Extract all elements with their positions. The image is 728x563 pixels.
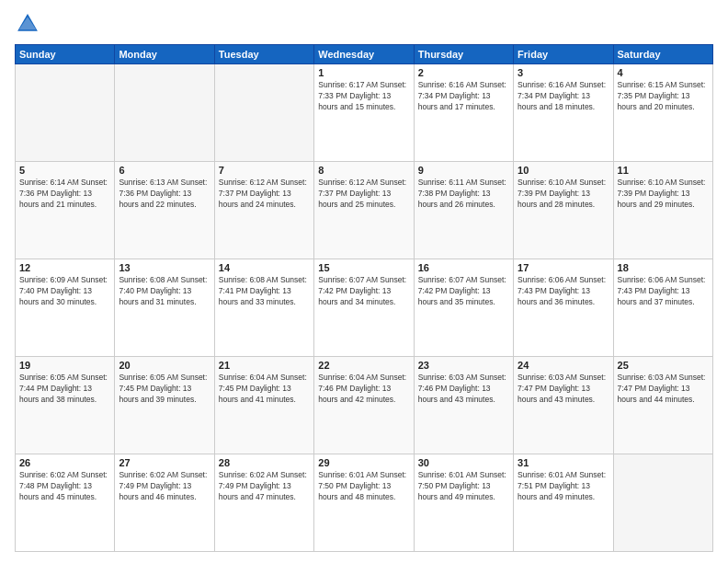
calendar-cell bbox=[613, 454, 712, 552]
day-info: Sunrise: 6:09 AM Sunset: 7:40 PM Dayligh… bbox=[19, 275, 110, 308]
calendar: SundayMondayTuesdayWednesdayThursdayFrid… bbox=[15, 44, 713, 552]
calendar-cell: 19Sunrise: 6:05 AM Sunset: 7:44 PM Dayli… bbox=[16, 357, 115, 454]
calendar-cell: 26Sunrise: 6:02 AM Sunset: 7:48 PM Dayli… bbox=[16, 454, 115, 552]
day-number: 12 bbox=[19, 262, 110, 273]
day-number: 8 bbox=[318, 165, 409, 176]
week-row-3: 12Sunrise: 6:09 AM Sunset: 7:40 PM Dayli… bbox=[16, 259, 713, 357]
day-number: 28 bbox=[219, 457, 310, 468]
calendar-cell: 25Sunrise: 6:03 AM Sunset: 7:47 PM Dayli… bbox=[613, 357, 712, 454]
day-info: Sunrise: 6:07 AM Sunset: 7:42 PM Dayligh… bbox=[418, 275, 509, 308]
day-number: 9 bbox=[418, 165, 509, 176]
day-number: 4 bbox=[618, 67, 709, 78]
day-number: 16 bbox=[418, 262, 509, 273]
weekday-header-row: SundayMondayTuesdayWednesdayThursdayFrid… bbox=[16, 45, 713, 64]
day-number: 2 bbox=[418, 67, 509, 78]
day-info: Sunrise: 6:10 AM Sunset: 7:39 PM Dayligh… bbox=[518, 178, 609, 211]
page: SundayMondayTuesdayWednesdayThursdayFrid… bbox=[0, 0, 728, 563]
calendar-cell: 8Sunrise: 6:12 AM Sunset: 7:37 PM Daylig… bbox=[314, 162, 414, 259]
svg-marker-1 bbox=[19, 17, 37, 29]
day-info: Sunrise: 6:01 AM Sunset: 7:51 PM Dayligh… bbox=[518, 470, 609, 503]
day-info: Sunrise: 6:10 AM Sunset: 7:39 PM Dayligh… bbox=[618, 178, 709, 211]
day-number: 20 bbox=[119, 360, 210, 371]
day-number: 31 bbox=[518, 457, 609, 468]
day-number: 6 bbox=[119, 165, 210, 176]
calendar-cell: 7Sunrise: 6:12 AM Sunset: 7:37 PM Daylig… bbox=[214, 162, 313, 259]
calendar-cell: 21Sunrise: 6:04 AM Sunset: 7:45 PM Dayli… bbox=[214, 357, 313, 454]
day-number: 11 bbox=[618, 165, 709, 176]
day-number: 3 bbox=[518, 67, 609, 78]
calendar-cell: 4Sunrise: 6:15 AM Sunset: 7:35 PM Daylig… bbox=[613, 64, 712, 162]
calendar-cell: 23Sunrise: 6:03 AM Sunset: 7:46 PM Dayli… bbox=[414, 357, 513, 454]
calendar-cell: 6Sunrise: 6:13 AM Sunset: 7:36 PM Daylig… bbox=[115, 162, 214, 259]
calendar-cell: 5Sunrise: 6:14 AM Sunset: 7:36 PM Daylig… bbox=[16, 162, 115, 259]
day-info: Sunrise: 6:06 AM Sunset: 7:43 PM Dayligh… bbox=[618, 275, 709, 308]
day-number: 26 bbox=[19, 457, 110, 468]
calendar-cell: 30Sunrise: 6:01 AM Sunset: 7:50 PM Dayli… bbox=[414, 454, 513, 552]
week-row-4: 19Sunrise: 6:05 AM Sunset: 7:44 PM Dayli… bbox=[16, 357, 713, 454]
calendar-cell: 2Sunrise: 6:16 AM Sunset: 7:34 PM Daylig… bbox=[414, 64, 513, 162]
day-info: Sunrise: 6:04 AM Sunset: 7:46 PM Dayligh… bbox=[318, 373, 409, 406]
day-number: 30 bbox=[418, 457, 509, 468]
calendar-cell: 18Sunrise: 6:06 AM Sunset: 7:43 PM Dayli… bbox=[613, 259, 712, 357]
day-info: Sunrise: 6:02 AM Sunset: 7:49 PM Dayligh… bbox=[219, 470, 310, 503]
day-info: Sunrise: 6:16 AM Sunset: 7:34 PM Dayligh… bbox=[518, 80, 609, 113]
day-info: Sunrise: 6:06 AM Sunset: 7:43 PM Dayligh… bbox=[518, 275, 609, 308]
day-number: 22 bbox=[318, 360, 409, 371]
day-info: Sunrise: 6:07 AM Sunset: 7:42 PM Dayligh… bbox=[318, 275, 409, 308]
day-info: Sunrise: 6:12 AM Sunset: 7:37 PM Dayligh… bbox=[219, 178, 310, 211]
weekday-header-friday: Friday bbox=[514, 45, 613, 64]
calendar-cell: 3Sunrise: 6:16 AM Sunset: 7:34 PM Daylig… bbox=[514, 64, 613, 162]
day-number: 27 bbox=[119, 457, 210, 468]
calendar-cell: 20Sunrise: 6:05 AM Sunset: 7:45 PM Dayli… bbox=[115, 357, 214, 454]
calendar-cell: 17Sunrise: 6:06 AM Sunset: 7:43 PM Dayli… bbox=[514, 259, 613, 357]
day-info: Sunrise: 6:17 AM Sunset: 7:33 PM Dayligh… bbox=[318, 80, 409, 113]
day-info: Sunrise: 6:15 AM Sunset: 7:35 PM Dayligh… bbox=[618, 80, 709, 113]
calendar-cell: 12Sunrise: 6:09 AM Sunset: 7:40 PM Dayli… bbox=[16, 259, 115, 357]
day-info: Sunrise: 6:02 AM Sunset: 7:49 PM Dayligh… bbox=[119, 470, 210, 503]
day-info: Sunrise: 6:01 AM Sunset: 7:50 PM Dayligh… bbox=[418, 470, 509, 503]
week-row-2: 5Sunrise: 6:14 AM Sunset: 7:36 PM Daylig… bbox=[16, 162, 713, 259]
day-number: 21 bbox=[219, 360, 310, 371]
calendar-cell bbox=[16, 64, 115, 162]
week-row-5: 26Sunrise: 6:02 AM Sunset: 7:48 PM Dayli… bbox=[16, 454, 713, 552]
calendar-cell: 31Sunrise: 6:01 AM Sunset: 7:51 PM Dayli… bbox=[514, 454, 613, 552]
calendar-cell: 28Sunrise: 6:02 AM Sunset: 7:49 PM Dayli… bbox=[214, 454, 313, 552]
day-number: 24 bbox=[518, 360, 609, 371]
day-info: Sunrise: 6:11 AM Sunset: 7:38 PM Dayligh… bbox=[418, 178, 509, 211]
logo bbox=[15, 11, 44, 37]
day-info: Sunrise: 6:02 AM Sunset: 7:48 PM Dayligh… bbox=[19, 470, 110, 503]
day-info: Sunrise: 6:03 AM Sunset: 7:46 PM Dayligh… bbox=[418, 373, 509, 406]
calendar-cell bbox=[214, 64, 313, 162]
day-info: Sunrise: 6:03 AM Sunset: 7:47 PM Dayligh… bbox=[618, 373, 709, 406]
day-info: Sunrise: 6:03 AM Sunset: 7:47 PM Dayligh… bbox=[518, 373, 609, 406]
day-info: Sunrise: 6:16 AM Sunset: 7:34 PM Dayligh… bbox=[418, 80, 509, 113]
day-number: 1 bbox=[318, 67, 409, 78]
day-number: 18 bbox=[618, 262, 709, 273]
day-number: 7 bbox=[219, 165, 310, 176]
day-info: Sunrise: 6:05 AM Sunset: 7:44 PM Dayligh… bbox=[19, 373, 110, 406]
day-number: 19 bbox=[19, 360, 110, 371]
day-number: 29 bbox=[318, 457, 409, 468]
weekday-header-saturday: Saturday bbox=[613, 45, 712, 64]
day-info: Sunrise: 6:08 AM Sunset: 7:40 PM Dayligh… bbox=[119, 275, 210, 308]
day-info: Sunrise: 6:12 AM Sunset: 7:37 PM Dayligh… bbox=[318, 178, 409, 211]
day-number: 23 bbox=[418, 360, 509, 371]
day-number: 10 bbox=[518, 165, 609, 176]
weekday-header-thursday: Thursday bbox=[414, 45, 513, 64]
day-info: Sunrise: 6:05 AM Sunset: 7:45 PM Dayligh… bbox=[119, 373, 210, 406]
calendar-cell: 27Sunrise: 6:02 AM Sunset: 7:49 PM Dayli… bbox=[115, 454, 214, 552]
calendar-cell: 11Sunrise: 6:10 AM Sunset: 7:39 PM Dayli… bbox=[613, 162, 712, 259]
weekday-header-wednesday: Wednesday bbox=[314, 45, 414, 64]
calendar-cell: 14Sunrise: 6:08 AM Sunset: 7:41 PM Dayli… bbox=[214, 259, 313, 357]
day-number: 14 bbox=[219, 262, 310, 273]
weekday-header-sunday: Sunday bbox=[16, 45, 115, 64]
day-number: 15 bbox=[318, 262, 409, 273]
day-info: Sunrise: 6:14 AM Sunset: 7:36 PM Dayligh… bbox=[19, 178, 110, 211]
day-info: Sunrise: 6:08 AM Sunset: 7:41 PM Dayligh… bbox=[219, 275, 310, 308]
calendar-cell bbox=[115, 64, 214, 162]
calendar-cell: 22Sunrise: 6:04 AM Sunset: 7:46 PM Dayli… bbox=[314, 357, 414, 454]
calendar-cell: 9Sunrise: 6:11 AM Sunset: 7:38 PM Daylig… bbox=[414, 162, 513, 259]
logo-icon bbox=[15, 11, 40, 37]
day-number: 5 bbox=[19, 165, 110, 176]
calendar-cell: 15Sunrise: 6:07 AM Sunset: 7:42 PM Dayli… bbox=[314, 259, 414, 357]
